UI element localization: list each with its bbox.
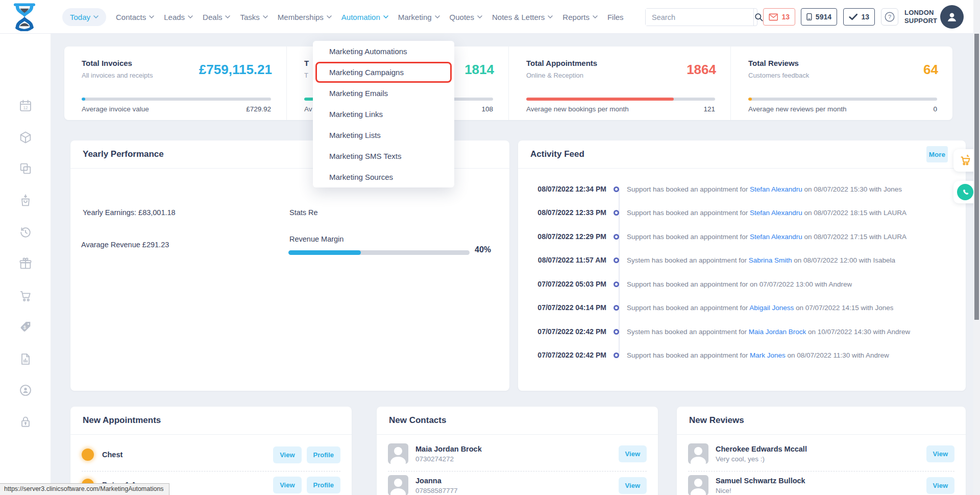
timeline-marker-icon xyxy=(614,329,619,335)
view-button[interactable]: View xyxy=(926,477,954,494)
report-icon[interactable] xyxy=(18,352,33,366)
email-notifications-badge[interactable]: 13 xyxy=(763,8,795,26)
left-sidebar: 12 $ xyxy=(0,34,51,495)
review-note: Nice! xyxy=(716,487,805,494)
nav-reports[interactable]: Reports xyxy=(562,13,598,21)
contact-link[interactable]: Maia Jordan Brock xyxy=(749,328,806,336)
help-button[interactable]: ? xyxy=(881,8,898,26)
contact-link[interactable]: Stefan Alexandru xyxy=(750,233,802,241)
svg-text:12: 12 xyxy=(23,106,28,110)
calendar-icon[interactable]: 12 xyxy=(18,99,33,113)
stats-reset-fragment: Stats Re xyxy=(289,208,318,217)
profile-button[interactable]: Profile xyxy=(307,477,340,493)
tasks-count: 13 xyxy=(861,13,869,21)
chevron-down-icon xyxy=(93,15,99,18)
stat-subtitle: Customers feedback xyxy=(748,72,809,79)
nav-leads[interactable]: Leads xyxy=(164,13,193,21)
view-button[interactable]: View xyxy=(273,477,301,493)
gift-icon[interactable] xyxy=(18,256,33,271)
feed-item: 07/07/2022 05:03 PMSupport has booked an… xyxy=(518,274,961,294)
menu-item-marketing-links[interactable]: Marketing Links xyxy=(313,104,454,125)
lock-icon[interactable] xyxy=(18,415,33,429)
contact-link[interactable]: Sabrina Smith xyxy=(749,256,792,264)
nav-tasks[interactable]: Tasks xyxy=(240,13,267,21)
chevron-down-icon xyxy=(188,15,193,18)
stat-value: 1864 xyxy=(687,62,716,78)
user-avatar[interactable] xyxy=(940,5,964,29)
svg-text:?: ? xyxy=(888,14,891,20)
appointment-row: Chest ViewProfile xyxy=(70,444,352,465)
stat-footer-label: Average new reviews per month xyxy=(748,105,847,113)
package-icon[interactable] xyxy=(18,130,33,145)
panel-title: New Appointments xyxy=(83,415,161,426)
appointment-label: Chest xyxy=(102,451,122,459)
search-input[interactable] xyxy=(646,9,753,26)
view-button[interactable]: View xyxy=(619,477,647,494)
bag-icon[interactable] xyxy=(18,194,33,208)
copy-icon[interactable] xyxy=(18,161,33,176)
contact-link[interactable]: Mark Jones xyxy=(750,351,786,359)
row-divider xyxy=(82,471,340,472)
nav-contacts[interactable]: Contacts xyxy=(116,13,154,21)
nav-deals[interactable]: Deals xyxy=(203,13,230,21)
person-icon xyxy=(945,10,959,23)
stat-subtitle: All invoices and receipts xyxy=(82,72,153,79)
stat-footer-label: Average invoice value xyxy=(82,105,149,113)
stat-footer-value: 0 xyxy=(933,105,937,113)
contact-link[interactable]: Stefan Alexandru xyxy=(750,185,802,193)
menu-item-marketing-sms-texts[interactable]: Marketing SMS Texts xyxy=(313,146,454,167)
stat-footer-value: 108 xyxy=(481,105,493,113)
history-icon[interactable] xyxy=(18,225,33,240)
feed-item: 07/07/2022 02:42 PMSystem has booked an … xyxy=(518,321,961,342)
nav-memberships[interactable]: Memberships xyxy=(278,13,332,21)
stat-total-reviews: Total Reviews Customers feedback 64 Aver… xyxy=(730,46,952,120)
new-appointments-panel: New Appointments Chest ViewProfile Botox… xyxy=(70,407,352,495)
more-button[interactable]: More xyxy=(926,146,948,162)
app-logo-hourglass-icon[interactable] xyxy=(10,3,39,31)
main-nav: Today Contacts Leads Deals Tasks Members… xyxy=(62,0,624,34)
menu-item-marketing-automations[interactable]: Marketing Automations xyxy=(313,41,454,62)
automation-dropdown-menu: Marketing Automations Marketing Campaign… xyxy=(313,41,454,187)
menu-item-marketing-campaigns[interactable]: Marketing Campaigns xyxy=(313,62,454,83)
top-header: Today Contacts Leads Deals Tasks Members… xyxy=(0,0,980,34)
menu-item-marketing-emails[interactable]: Marketing Emails xyxy=(313,83,454,104)
profile-button[interactable]: Profile xyxy=(307,446,340,463)
cart-icon[interactable] xyxy=(18,289,33,303)
tasks-notifications-badge[interactable]: 13 xyxy=(843,8,875,26)
envelope-icon xyxy=(769,13,778,21)
chevron-down-icon xyxy=(593,15,598,18)
nav-marketing[interactable]: Marketing xyxy=(398,13,440,21)
nav-notes-letters[interactable]: Notes & Letters xyxy=(492,13,553,21)
nav-quotes[interactable]: Quotes xyxy=(450,13,482,21)
stat-progress xyxy=(82,98,271,101)
menu-item-marketing-lists[interactable]: Marketing Lists xyxy=(313,125,454,146)
price-tag-icon[interactable]: $ xyxy=(18,320,33,334)
timeline-marker-icon xyxy=(614,305,619,311)
nav-files[interactable]: Files xyxy=(607,13,624,21)
nav-automation[interactable]: Automation xyxy=(341,13,388,21)
contact-name: Joanna xyxy=(415,477,458,485)
search-button[interactable] xyxy=(753,9,764,26)
contact-link[interactable]: Stefan Alexandru xyxy=(750,209,802,217)
stat-progress xyxy=(748,98,937,101)
row-divider xyxy=(688,471,954,472)
review-row: Cherokee Edwards MccallVery cool, yes :)… xyxy=(677,443,966,464)
global-search xyxy=(645,8,757,26)
view-button[interactable]: View xyxy=(619,445,647,462)
contact-link[interactable]: Abigail Joness xyxy=(749,304,794,312)
feed-item: 08/07/2022 12:33 PMSupport has booked an… xyxy=(518,202,961,223)
revenue-margin-label: Revenue Margin xyxy=(289,235,344,243)
sms-notifications-badge[interactable]: 5914 xyxy=(801,8,837,26)
stat-footer-label: Av xyxy=(304,105,312,113)
timeline-marker-icon xyxy=(614,352,619,358)
view-button[interactable]: View xyxy=(926,445,954,462)
contact-row: Maia Jordan Brock0730274272 View xyxy=(377,443,658,464)
scrollbar-thumb[interactable] xyxy=(974,34,979,320)
menu-item-marketing-sources[interactable]: Marketing Sources xyxy=(313,167,454,187)
nav-today[interactable]: Today xyxy=(62,8,106,26)
account-icon[interactable] xyxy=(18,383,33,397)
view-button[interactable]: View xyxy=(273,446,301,463)
scrollbar-track[interactable] xyxy=(973,0,980,495)
stat-title: T xyxy=(304,59,309,67)
reviewer-name: Samuel Schwartz Bullock xyxy=(716,477,805,485)
